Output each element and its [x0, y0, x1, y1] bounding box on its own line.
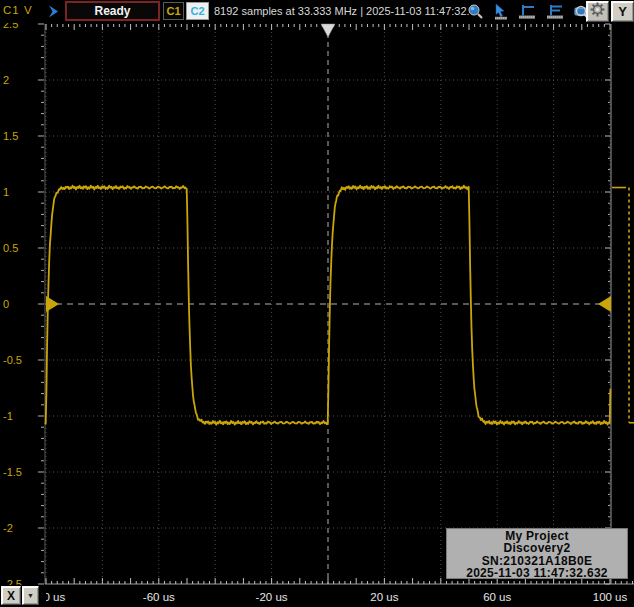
y-axis-label: -0.5 — [3, 354, 22, 366]
x-cursors-icon[interactable] — [518, 3, 538, 20]
info-box[interactable]: My Project Discovery2 SN:210321A18B0E 20… — [446, 528, 628, 579]
channel-1-button[interactable]: C1 — [163, 2, 184, 20]
trigger-position-marker[interactable] — [321, 24, 335, 37]
chevron-down-icon: ▼ — [27, 592, 34, 599]
pointer-cursor-icon[interactable] — [493, 3, 513, 20]
trigger-status: Ready — [65, 1, 160, 21]
y-axis-label: -1 — [3, 410, 13, 422]
channel-offset-marker[interactable] — [46, 296, 59, 312]
gear-icon — [590, 2, 605, 21]
x-axis-dropdown-button[interactable]: ▼ — [22, 586, 39, 605]
expand-arrow-icon[interactable] — [46, 4, 61, 19]
y-axis-label: -2 — [3, 522, 13, 534]
y-axis-label: 1 — [3, 186, 9, 198]
x-axis-bar: X ▼ — [0, 585, 46, 607]
y-cursors-icon[interactable] — [546, 3, 566, 20]
info-line-device: Discovery2 — [447, 542, 627, 554]
y-axis-label: -1.5 — [3, 466, 22, 478]
y-axis-label: 0.5 — [3, 242, 18, 254]
x-axis-label: -60 us — [143, 591, 175, 603]
channel-2-button[interactable]: C2 — [186, 2, 209, 20]
gear-button[interactable] — [586, 1, 609, 22]
y-axis-channel-label: C1 V — [3, 4, 33, 16]
info-line-timestamp: 2025-11-03 11:47:32.632 — [447, 567, 627, 579]
y-axis-label: 2 — [3, 74, 9, 86]
y-axis-button[interactable]: Y — [611, 1, 634, 22]
trigger-level-marker[interactable] — [598, 296, 611, 312]
scope-plot[interactable]: 2.521.510.50-0.5-1-1.5-2-2.5-100 us-60 u… — [0, 0, 634, 607]
x-axis-label: 60 us — [483, 591, 511, 603]
acquisition-status-text: 8192 samples at 33.333 MHz | 2025-11-03 … — [214, 5, 470, 17]
magnifier-plus-icon[interactable] — [467, 3, 487, 20]
x-axis-button[interactable]: X — [1, 586, 21, 605]
x-axis-label: 20 us — [370, 591, 398, 603]
x-axis-label: 100 us — [593, 591, 628, 603]
y-axis-label: 1.5 — [3, 130, 18, 142]
x-axis-label: -20 us — [256, 591, 288, 603]
y-axis-label: 0 — [3, 298, 9, 310]
toolbar: C1 V Ready C1 C2 8192 samples at 33.333 … — [0, 0, 634, 23]
